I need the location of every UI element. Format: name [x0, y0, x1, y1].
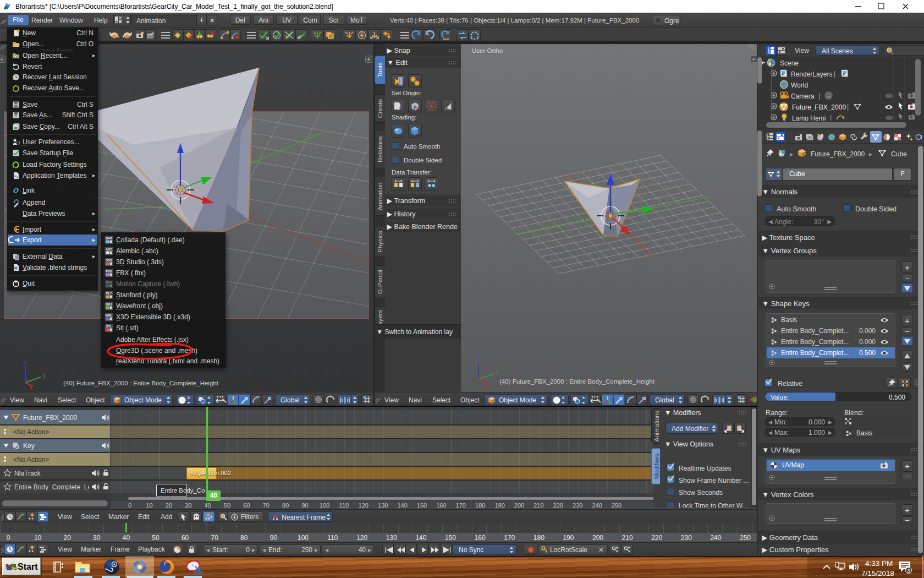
svg-text:3: 3	[907, 568, 910, 574]
svg-text:z: z	[476, 356, 479, 362]
svg-text:x: x	[483, 383, 486, 389]
svg-text:z: z	[23, 359, 26, 366]
svg-text:x: x	[30, 385, 32, 391]
svg-text:y: y	[496, 369, 499, 375]
svg-text:y: y	[43, 373, 46, 379]
